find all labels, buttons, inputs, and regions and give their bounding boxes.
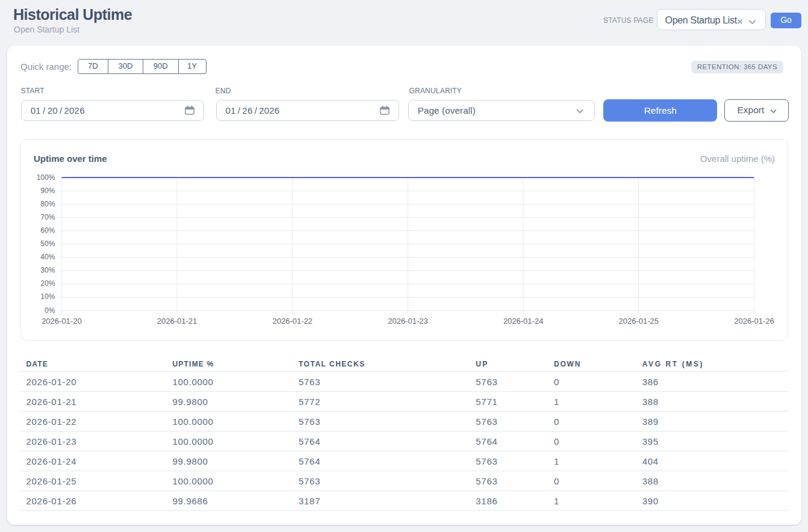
- svg-text:10%: 10%: [40, 293, 55, 302]
- svg-text:50%: 50%: [40, 240, 55, 248]
- svg-text:2026-01-26: 2026-01-26: [734, 317, 774, 326]
- svg-text:90%: 90%: [40, 187, 55, 195]
- svg-text:80%: 80%: [40, 200, 55, 208]
- svg-text:2026-01-20: 2026-01-20: [42, 317, 82, 326]
- svg-text:2026-01-22: 2026-01-22: [273, 317, 313, 326]
- svg-text:2026-01-21: 2026-01-21: [157, 317, 197, 326]
- svg-text:70%: 70%: [40, 213, 55, 221]
- svg-text:2026-01-25: 2026-01-25: [619, 317, 659, 326]
- svg-text:20%: 20%: [40, 280, 55, 288]
- svg-text:40%: 40%: [40, 253, 55, 261]
- svg-text:0%: 0%: [45, 306, 55, 315]
- svg-text:100%: 100%: [37, 173, 55, 182]
- svg-text:2026-01-23: 2026-01-23: [388, 317, 428, 326]
- svg-text:60%: 60%: [40, 226, 55, 235]
- svg-text:30%: 30%: [40, 267, 55, 275]
- svg-text:2026-01-24: 2026-01-24: [503, 317, 544, 326]
